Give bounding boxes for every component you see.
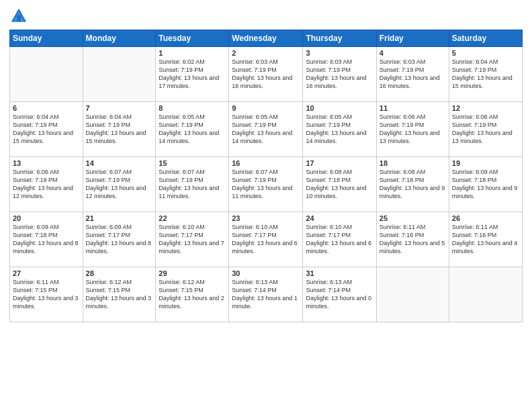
day-info: Sunrise: 6:08 AM Sunset: 7:18 PM Dayligh… xyxy=(380,168,446,201)
day-info: Sunrise: 6:07 AM Sunset: 7:19 PM Dayligh… xyxy=(232,168,300,201)
calendar-header-monday: Monday xyxy=(83,30,156,47)
calendar-cell xyxy=(449,267,522,322)
calendar-cell: 13Sunrise: 6:06 AM Sunset: 7:19 PM Dayli… xyxy=(10,157,83,212)
day-info: Sunrise: 6:05 AM Sunset: 7:19 PM Dayligh… xyxy=(159,113,226,146)
day-number: 10 xyxy=(306,104,373,112)
calendar-cell: 27Sunrise: 6:11 AM Sunset: 7:15 PM Dayli… xyxy=(10,267,83,322)
calendar-cell: 1Sunrise: 6:02 AM Sunset: 7:19 PM Daylig… xyxy=(156,47,229,102)
calendar-cell: 10Sunrise: 6:05 AM Sunset: 7:19 PM Dayli… xyxy=(303,102,376,157)
day-info: Sunrise: 6:07 AM Sunset: 7:19 PM Dayligh… xyxy=(86,168,153,201)
calendar-cell xyxy=(376,267,449,322)
day-info: Sunrise: 6:06 AM Sunset: 7:19 PM Dayligh… xyxy=(13,168,80,201)
calendar-cell: 8Sunrise: 6:05 AM Sunset: 7:19 PM Daylig… xyxy=(156,102,229,157)
day-number: 29 xyxy=(159,269,226,277)
calendar-cell: 2Sunrise: 6:03 AM Sunset: 7:19 PM Daylig… xyxy=(229,47,303,102)
day-info: Sunrise: 6:03 AM Sunset: 7:19 PM Dayligh… xyxy=(380,58,446,91)
calendar-cell: 3Sunrise: 6:03 AM Sunset: 7:19 PM Daylig… xyxy=(303,47,376,102)
calendar-cell: 21Sunrise: 6:09 AM Sunset: 7:17 PM Dayli… xyxy=(83,212,156,267)
day-info: Sunrise: 6:11 AM Sunset: 7:16 PM Dayligh… xyxy=(380,223,446,256)
day-number: 7 xyxy=(86,104,153,112)
day-info: Sunrise: 6:10 AM Sunset: 7:17 PM Dayligh… xyxy=(232,223,300,256)
calendar-cell: 26Sunrise: 6:11 AM Sunset: 7:16 PM Dayli… xyxy=(449,212,522,267)
day-number: 14 xyxy=(86,159,153,167)
calendar-header-wednesday: Wednesday xyxy=(229,30,303,47)
calendar-cell: 24Sunrise: 6:10 AM Sunset: 7:17 PM Dayli… xyxy=(303,212,376,267)
day-number: 8 xyxy=(159,104,226,112)
calendar-cell: 15Sunrise: 6:07 AM Sunset: 7:19 PM Dayli… xyxy=(156,157,229,212)
calendar-cell: 30Sunrise: 6:13 AM Sunset: 7:14 PM Dayli… xyxy=(229,267,303,322)
day-number: 26 xyxy=(452,214,519,222)
calendar-cell: 16Sunrise: 6:07 AM Sunset: 7:19 PM Dayli… xyxy=(229,157,303,212)
day-number: 22 xyxy=(159,214,226,222)
day-info: Sunrise: 6:10 AM Sunset: 7:17 PM Dayligh… xyxy=(159,223,226,256)
calendar-cell: 22Sunrise: 6:10 AM Sunset: 7:17 PM Dayli… xyxy=(156,212,229,267)
day-info: Sunrise: 6:04 AM Sunset: 7:19 PM Dayligh… xyxy=(452,58,519,91)
day-number: 19 xyxy=(452,159,519,167)
calendar-cell: 29Sunrise: 6:12 AM Sunset: 7:15 PM Dayli… xyxy=(156,267,229,322)
day-number: 24 xyxy=(306,214,373,222)
day-number: 2 xyxy=(232,49,300,57)
day-info: Sunrise: 6:11 AM Sunset: 7:15 PM Dayligh… xyxy=(13,278,80,311)
day-info: Sunrise: 6:10 AM Sunset: 7:17 PM Dayligh… xyxy=(306,223,373,256)
day-number: 31 xyxy=(306,269,373,277)
day-info: Sunrise: 6:09 AM Sunset: 7:17 PM Dayligh… xyxy=(86,223,153,256)
day-number: 12 xyxy=(452,104,519,112)
day-info: Sunrise: 6:06 AM Sunset: 7:19 PM Dayligh… xyxy=(380,113,446,146)
day-number: 20 xyxy=(13,214,80,222)
day-number: 17 xyxy=(306,159,373,167)
day-number: 3 xyxy=(306,49,373,57)
page: SundayMondayTuesdayWednesdayThursdayFrid… xyxy=(0,0,532,411)
calendar-week-1: 1Sunrise: 6:02 AM Sunset: 7:19 PM Daylig… xyxy=(10,47,523,102)
day-number: 6 xyxy=(13,104,80,112)
calendar-cell: 28Sunrise: 6:12 AM Sunset: 7:15 PM Dayli… xyxy=(83,267,156,322)
calendar-header-thursday: Thursday xyxy=(303,30,376,47)
day-info: Sunrise: 6:04 AM Sunset: 7:19 PM Dayligh… xyxy=(13,113,80,146)
day-info: Sunrise: 6:05 AM Sunset: 7:19 PM Dayligh… xyxy=(306,113,373,146)
day-number: 23 xyxy=(232,214,300,222)
header xyxy=(9,7,523,26)
calendar-cell: 19Sunrise: 6:09 AM Sunset: 7:18 PM Dayli… xyxy=(449,157,522,212)
day-number: 1 xyxy=(159,49,226,57)
calendar-cell: 9Sunrise: 6:05 AM Sunset: 7:19 PM Daylig… xyxy=(229,102,303,157)
calendar-cell: 20Sunrise: 6:09 AM Sunset: 7:18 PM Dayli… xyxy=(10,212,83,267)
day-number: 4 xyxy=(380,49,446,57)
day-info: Sunrise: 6:02 AM Sunset: 7:19 PM Dayligh… xyxy=(159,58,226,91)
day-info: Sunrise: 6:03 AM Sunset: 7:19 PM Dayligh… xyxy=(232,58,300,91)
calendar-week-4: 20Sunrise: 6:09 AM Sunset: 7:18 PM Dayli… xyxy=(10,212,523,267)
day-info: Sunrise: 6:09 AM Sunset: 7:18 PM Dayligh… xyxy=(452,168,519,201)
calendar-cell xyxy=(10,47,83,102)
calendar-cell: 7Sunrise: 6:04 AM Sunset: 7:19 PM Daylig… xyxy=(83,102,156,157)
calendar-cell: 23Sunrise: 6:10 AM Sunset: 7:17 PM Dayli… xyxy=(229,212,303,267)
calendar-cell: 25Sunrise: 6:11 AM Sunset: 7:16 PM Dayli… xyxy=(376,212,449,267)
calendar-cell xyxy=(83,47,156,102)
calendar-header-saturday: Saturday xyxy=(449,30,522,47)
day-number: 9 xyxy=(232,104,300,112)
calendar-cell: 17Sunrise: 6:08 AM Sunset: 7:18 PM Dayli… xyxy=(303,157,376,212)
calendar-week-2: 6Sunrise: 6:04 AM Sunset: 7:19 PM Daylig… xyxy=(10,102,523,157)
day-number: 13 xyxy=(13,159,80,167)
calendar-header-friday: Friday xyxy=(376,30,449,47)
day-info: Sunrise: 6:09 AM Sunset: 7:18 PM Dayligh… xyxy=(13,223,80,256)
day-number: 25 xyxy=(380,214,446,222)
calendar-cell: 5Sunrise: 6:04 AM Sunset: 7:19 PM Daylig… xyxy=(449,47,522,102)
day-number: 5 xyxy=(452,49,519,57)
day-info: Sunrise: 6:07 AM Sunset: 7:19 PM Dayligh… xyxy=(159,168,226,201)
calendar-cell: 14Sunrise: 6:07 AM Sunset: 7:19 PM Dayli… xyxy=(83,157,156,212)
day-info: Sunrise: 6:06 AM Sunset: 7:19 PM Dayligh… xyxy=(452,113,519,146)
calendar-week-5: 27Sunrise: 6:11 AM Sunset: 7:15 PM Dayli… xyxy=(10,267,523,322)
day-info: Sunrise: 6:13 AM Sunset: 7:14 PM Dayligh… xyxy=(306,278,373,311)
logo xyxy=(9,7,31,26)
calendar-header-sunday: Sunday xyxy=(10,30,83,47)
calendar-cell: 31Sunrise: 6:13 AM Sunset: 7:14 PM Dayli… xyxy=(303,267,376,322)
day-info: Sunrise: 6:11 AM Sunset: 7:16 PM Dayligh… xyxy=(452,223,519,256)
svg-rect-2 xyxy=(17,15,21,22)
day-info: Sunrise: 6:03 AM Sunset: 7:19 PM Dayligh… xyxy=(306,58,373,91)
calendar-cell: 4Sunrise: 6:03 AM Sunset: 7:19 PM Daylig… xyxy=(376,47,449,102)
day-info: Sunrise: 6:04 AM Sunset: 7:19 PM Dayligh… xyxy=(86,113,153,146)
calendar-header-row: SundayMondayTuesdayWednesdayThursdayFrid… xyxy=(10,30,523,47)
day-info: Sunrise: 6:12 AM Sunset: 7:15 PM Dayligh… xyxy=(86,278,153,311)
calendar-table: SundayMondayTuesdayWednesdayThursdayFrid… xyxy=(9,30,523,322)
day-info: Sunrise: 6:08 AM Sunset: 7:18 PM Dayligh… xyxy=(306,168,373,201)
day-number: 11 xyxy=(380,104,446,112)
calendar-cell: 18Sunrise: 6:08 AM Sunset: 7:18 PM Dayli… xyxy=(376,157,449,212)
